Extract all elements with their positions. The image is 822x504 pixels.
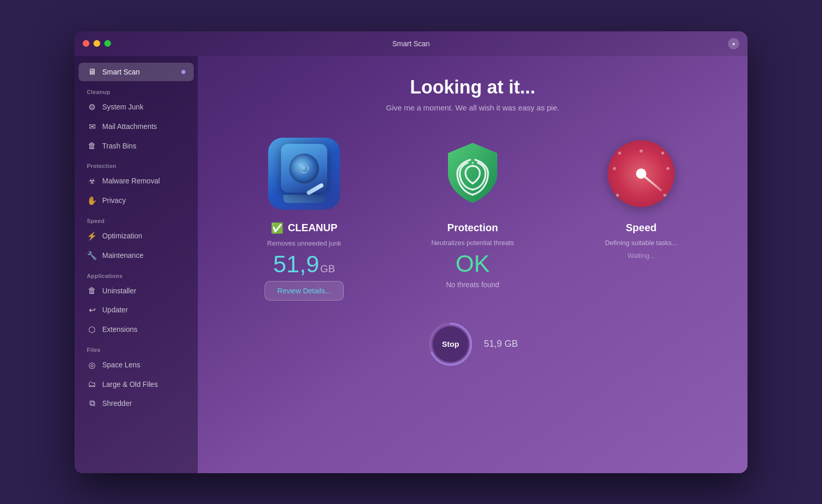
cards-row: ✅ CLEANUP Removes unneeded junk 51,9GB R… [213,138,732,301]
sidebar-item-updater[interactable]: ↩ Updater [79,301,194,320]
sidebar-label-smart-scan: Smart Scan [102,68,140,76]
titlebar: Smart Scan ● [74,31,748,56]
sidebar-label-maintenance: Maintenance [102,251,143,259]
settings-icon: ● [732,41,736,47]
cleanup-unit: GB [320,263,335,274]
sidebar-label-large-old-files: Large & Old Files [102,380,158,388]
dot3 [618,152,621,155]
badge-dot [181,70,185,74]
cleanup-value: 51,9GB [273,252,335,276]
optimization-icon: ⚡ [87,231,97,241]
main-subtitle: Give me a moment. We all wish it was eas… [386,103,559,112]
dot7 [616,194,619,197]
speed-card-icon [605,138,677,210]
sidebar: 🖥 Smart Scan Cleanup ⚙ System Junk ✉ Mai… [74,56,198,473]
sidebar-section-cleanup: Cleanup [74,82,198,97]
sidebar-item-shredder[interactable]: ⧉ Shredder [79,394,194,413]
dot1 [640,150,643,153]
updater-icon: ↩ [87,305,97,315]
cleanup-title-row: ✅ CLEANUP [271,222,338,234]
speedometer [608,140,675,207]
cleanup-desc: Removes unneeded junk [267,239,341,247]
speed-title: Speed [626,222,657,234]
protection-no-threats: No threats found [446,281,499,289]
sidebar-section-speed: Speed [74,211,198,226]
main-content: Looking at it... Give me a moment. We al… [198,56,748,473]
cleanup-card-icon [268,138,340,210]
shield-svg [442,140,503,207]
protection-card-icon [437,138,509,210]
hdd-center [300,164,309,173]
stop-size-label: 51,9 GB [484,339,518,349]
main-title: Looking at it... [410,77,535,98]
sidebar-label-extensions: Extensions [102,325,137,333]
sidebar-label-shredder: Shredder [102,399,132,407]
sidebar-label-space-lens: Space Lens [102,361,140,369]
hdd-body [281,144,327,193]
sidebar-label-optimization: Optimization [102,232,142,240]
sidebar-item-smart-scan[interactable]: 🖥 Smart Scan [79,63,194,81]
space-lens-icon: ◎ [87,360,97,370]
sidebar-label-mail-attachments: Mail Attachments [102,122,157,130]
fullscreen-button[interactable] [104,40,111,47]
system-junk-icon: ⚙ [87,102,97,112]
protection-desc: Neutralizes potential threats [431,239,514,247]
sidebar-label-system-junk: System Junk [102,103,143,111]
cleanup-check-icon: ✅ [271,222,284,234]
traffic-lights [83,40,111,47]
uninstaller-icon: 🗑 [87,286,97,295]
dot4 [666,167,669,170]
maintenance-icon: 🔧 [87,251,97,260]
sidebar-item-malware-removal[interactable]: ☣ Malware Removal [79,172,194,191]
main-window: Smart Scan ● 🖥 Smart Scan Cleanup ⚙ Syst… [74,31,748,473]
sidebar-label-updater: Updater [102,306,128,314]
extensions-icon: ⬡ [87,325,97,334]
close-button[interactable] [83,40,89,47]
protection-title-row: Protection [447,222,498,234]
dot5 [613,167,616,170]
minimize-button[interactable] [94,40,100,47]
review-details-button[interactable]: Review Details... [265,281,344,301]
sidebar-section-protection: Protection [74,156,198,171]
cleanup-title: CLEANUP [288,222,338,234]
mail-attachments-icon: ✉ [87,122,97,132]
protection-card: Protection Neutralizes potential threats… [396,138,550,301]
large-old-files-icon: 🗂 [87,380,97,389]
sidebar-item-uninstaller[interactable]: 🗑 Uninstaller [79,282,194,300]
dot6 [663,194,666,197]
trash-bins-icon: 🗑 [87,141,97,151]
cleanup-card: ✅ CLEANUP Removes unneeded junk 51,9GB R… [227,138,381,301]
sidebar-item-privacy[interactable]: ✋ Privacy [79,191,194,210]
sidebar-label-malware-removal: Malware Removal [102,177,160,185]
speedometer-hub [636,169,646,179]
sidebar-item-optimization[interactable]: ⚡ Optimization [79,227,194,246]
speed-title-row: Speed [626,222,657,234]
sidebar-label-privacy: Privacy [102,196,126,204]
shredder-icon: ⧉ [87,399,97,408]
sidebar-item-extensions[interactable]: ⬡ Extensions [79,320,194,339]
sidebar-section-applications: Applications [74,266,198,281]
sidebar-label-trash-bins: Trash Bins [102,142,136,150]
settings-button[interactable]: ● [728,38,739,49]
privacy-icon: ✋ [87,196,97,206]
malware-removal-icon: ☣ [87,176,97,186]
protection-status: OK [456,252,490,275]
stop-ring: Stop [427,321,474,367]
content-area: 🖥 Smart Scan Cleanup ⚙ System Junk ✉ Mai… [74,56,748,473]
hdd-base [284,195,325,203]
speed-waiting: Waiting... [627,252,655,259]
sidebar-item-maintenance[interactable]: 🔧 Maintenance [79,246,194,265]
smart-scan-icon: 🖥 [87,67,97,77]
bottom-area: Stop 51,9 GB [213,316,732,383]
sidebar-item-space-lens[interactable]: ◎ Space Lens [79,356,194,375]
speed-card: Speed Defining suitable tasks... Waiting… [564,138,718,301]
sidebar-item-trash-bins[interactable]: 🗑 Trash Bins [79,137,194,155]
window-title: Smart Scan [392,40,429,48]
sidebar-item-mail-attachments[interactable]: ✉ Mail Attachments [79,117,194,136]
stop-button[interactable]: Stop [433,326,469,362]
sidebar-item-large-old-files[interactable]: 🗂 Large & Old Files [79,375,194,394]
speed-desc: Defining suitable tasks... [605,239,678,247]
sidebar-item-system-junk[interactable]: ⚙ System Junk [79,98,194,117]
sidebar-section-files: Files [74,340,198,355]
protection-title: Protection [447,222,498,234]
